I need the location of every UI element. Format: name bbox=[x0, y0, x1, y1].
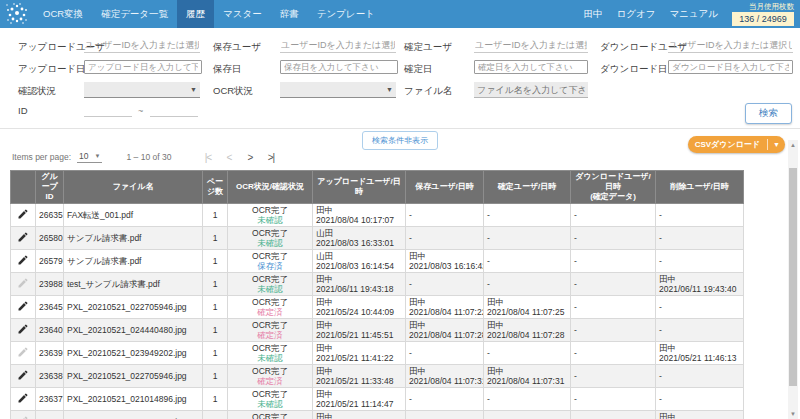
delete-user-cell: 田中2021/05/21 11:46:20 bbox=[656, 411, 744, 419]
page-count-cell: 1 bbox=[203, 319, 228, 342]
navbar-right: 田中 ログオフ マニュアル 当月使用枚数 136 / 24969 bbox=[583, 0, 794, 28]
search-button[interactable]: 検索 bbox=[745, 103, 792, 124]
confirm_user-input[interactable] bbox=[474, 38, 588, 53]
file-name-cell: サンプル請求書.pdf bbox=[64, 227, 203, 250]
confirm-user-cell: 田中2021/08/04 11:07:31 bbox=[484, 365, 571, 388]
nav-item-3[interactable]: マスター bbox=[214, 0, 271, 28]
upload-user-cell: 田中2021/05/21 11:41:22 bbox=[313, 342, 406, 365]
save-user-cell: - bbox=[406, 342, 484, 365]
edit-row-button-disabled bbox=[11, 342, 36, 365]
status-cell: OCR完了未確認 bbox=[228, 411, 313, 419]
table-row: 23645PXL_20210521_022705946.jpg1OCR完了確定済… bbox=[11, 296, 744, 319]
csv-download-label: CSVダウンロード bbox=[688, 139, 767, 150]
confirm_date-input[interactable] bbox=[474, 60, 588, 74]
delete-user-cell: - bbox=[656, 365, 744, 388]
toggle-search-conditions-button[interactable]: 検索条件非表示 bbox=[362, 131, 438, 150]
vertical-scrollbar[interactable]: ▲ ▼ bbox=[788, 140, 798, 419]
edit-row-button[interactable] bbox=[11, 388, 36, 411]
id-to-input[interactable] bbox=[150, 102, 198, 117]
upload-user-cell: 田中2021/08/04 10:17:07 bbox=[313, 204, 406, 227]
next-page-button[interactable]: > bbox=[239, 152, 260, 163]
group-id-cell: 23637 bbox=[36, 388, 64, 411]
status-cell: OCR完了未確認 bbox=[228, 227, 313, 250]
save_date-label: 保存日 bbox=[213, 63, 242, 76]
ocr_status-select[interactable]: ▼ bbox=[280, 82, 396, 98]
edit-row-button[interactable] bbox=[11, 204, 36, 227]
page-count-cell: 1 bbox=[203, 273, 228, 296]
confirm_status-caret-icon: ▼ bbox=[190, 86, 197, 93]
save-user-cell: 田中2021/08/04 11:07:28 bbox=[406, 319, 484, 342]
save_user-input[interactable] bbox=[280, 38, 396, 53]
file_name-label: ファイル名 bbox=[404, 85, 452, 98]
confirm-user-cell: - bbox=[484, 204, 571, 227]
download-user-cell: - bbox=[571, 342, 656, 365]
upload_user-input[interactable] bbox=[84, 38, 200, 53]
confirm-user-cell: - bbox=[484, 411, 571, 419]
csv-dropdown-caret-icon[interactable]: ▼ bbox=[768, 141, 785, 148]
nav-manual-link[interactable]: マニュアル bbox=[669, 8, 718, 21]
nav-item-5[interactable]: テンプレート bbox=[308, 0, 384, 28]
status-cell: OCR完了未確認 bbox=[228, 388, 313, 411]
nav-logoff-link[interactable]: ログオフ bbox=[616, 8, 655, 21]
items-per-page-label: Items per page: bbox=[12, 152, 71, 162]
upload-user-cell: 田中2021/05/21 11:10:30 bbox=[313, 411, 406, 419]
id-range-separator: ~ bbox=[138, 106, 143, 116]
edit-row-button[interactable] bbox=[11, 365, 36, 388]
edit-row-button[interactable] bbox=[11, 319, 36, 342]
save-user-cell: - bbox=[406, 227, 484, 250]
page-count-cell: 1 bbox=[203, 411, 228, 419]
download_date-input[interactable] bbox=[668, 60, 793, 74]
group-id-cell: 23631 bbox=[36, 411, 64, 419]
navbar: OCR変換確定データ一覧履歴マスター辞書テンプレート 田中 ログオフ マニュアル… bbox=[0, 0, 800, 28]
table-row: 26580サンプル請求書.pdf1OCR完了未確認山田2021/08/03 16… bbox=[11, 227, 744, 250]
group-id-cell: 26635 bbox=[36, 204, 64, 227]
download_user-input[interactable] bbox=[668, 38, 793, 53]
upload_date-input[interactable] bbox=[84, 60, 202, 74]
upload-user-cell: 田中2021/05/21 11:14:47 bbox=[313, 388, 406, 411]
status-cell: OCR完了保存済 bbox=[228, 250, 313, 273]
confirm_status-select[interactable]: ▼ bbox=[84, 82, 200, 98]
save-user-cell: - bbox=[406, 388, 484, 411]
edit-row-button[interactable] bbox=[11, 250, 36, 273]
id-from-input[interactable] bbox=[84, 102, 132, 117]
group-id-cell: 23988 bbox=[36, 273, 64, 296]
table-row: 23639PXL_20210521_023949202.jpg1OCR完了未確認… bbox=[11, 342, 744, 365]
page-count-cell: 1 bbox=[203, 227, 228, 250]
ocr_status-label: OCR状況 bbox=[213, 85, 253, 98]
download-user-cell: - bbox=[571, 204, 656, 227]
page-size-select[interactable]: 10 ▼ bbox=[77, 151, 102, 163]
file_name-input[interactable] bbox=[474, 82, 588, 98]
col-header-0 bbox=[11, 171, 36, 204]
main-nav: OCR変換確定データ一覧履歴マスター辞書テンプレート bbox=[34, 0, 384, 28]
nav-item-0[interactable]: OCR変換 bbox=[34, 0, 92, 28]
edit-row-button-disabled bbox=[11, 273, 36, 296]
delete-user-cell: - bbox=[656, 227, 744, 250]
delete-user-cell: - bbox=[656, 296, 744, 319]
upload_date-label: アップロード日 bbox=[18, 63, 86, 76]
delete-user-cell: - bbox=[656, 250, 744, 273]
page-size-caret-icon: ▼ bbox=[95, 153, 101, 159]
paginator: Items per page: 10 ▼ 1 – 10 of 30 |< < >… bbox=[12, 151, 281, 163]
nav-item-4[interactable]: 辞書 bbox=[271, 0, 308, 28]
last-page-button[interactable]: >| bbox=[260, 152, 281, 163]
edit-row-button[interactable] bbox=[11, 227, 36, 250]
download-user-cell: - bbox=[571, 273, 656, 296]
file-name-cell: PXL_20210521_022705946.jpg bbox=[64, 365, 203, 388]
file-name-cell: PXL_20210521_023949202.jpg bbox=[64, 342, 203, 365]
nav-user[interactable]: 田中 bbox=[583, 8, 602, 21]
delete-user-cell: 田中2021/06/11 19:43:40 bbox=[656, 273, 744, 296]
file-name-cell: PXL_20210521_022705946.jpg bbox=[64, 296, 203, 319]
csv-download-button[interactable]: CSVダウンロード ▼ bbox=[688, 136, 785, 153]
nav-item-2[interactable]: 履歴 bbox=[177, 0, 214, 28]
scrollbar-down-arrow-icon[interactable]: ▼ bbox=[788, 409, 798, 419]
scrollbar-up-arrow-icon[interactable]: ▲ bbox=[788, 140, 798, 150]
page-count-cell: 1 bbox=[203, 342, 228, 365]
page-count-cell: 1 bbox=[203, 388, 228, 411]
nav-item-1[interactable]: 確定データ一覧 bbox=[92, 0, 177, 28]
edit-row-button[interactable] bbox=[11, 296, 36, 319]
save_date-input[interactable] bbox=[280, 60, 398, 74]
col-header-2: ファイル名 bbox=[64, 171, 203, 204]
scrollbar-thumb[interactable] bbox=[789, 168, 797, 386]
confirm-user-cell: - bbox=[484, 227, 571, 250]
status-cell: OCR完了確定済 bbox=[228, 365, 313, 388]
